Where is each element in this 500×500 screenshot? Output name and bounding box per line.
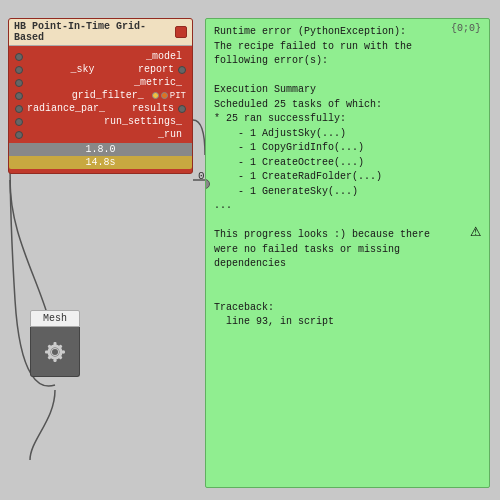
param-row-metric: _metric_ [9, 76, 192, 89]
port-sky-in[interactable] [15, 66, 23, 74]
param-row-grid: grid_filter_ PIT [9, 89, 192, 102]
output-text: Runtime error (PythonException): The rec… [214, 25, 481, 330]
port-model-in[interactable] [15, 53, 23, 61]
port-grid-in[interactable] [15, 92, 23, 100]
output-coord: {0;0} [451, 23, 481, 34]
mesh-body [30, 327, 80, 377]
canvas-area: HB Point-In-Time Grid-Based _model _sky … [0, 0, 500, 500]
node-title-bar: HB Point-In-Time Grid-Based [9, 19, 192, 46]
output-label-report: report [107, 64, 175, 75]
svg-point-10 [52, 349, 58, 355]
svg-rect-3 [54, 358, 57, 362]
pit-label: PIT [170, 91, 186, 101]
dot-orange [161, 92, 168, 99]
port-metric-in[interactable] [15, 79, 23, 87]
output-panel: {0;0} Runtime error (PythonException): T… [205, 18, 490, 488]
param-row-model: _model [9, 50, 192, 63]
node-body: _model _sky report _metric_ grid_filter_ [9, 46, 192, 173]
svg-rect-5 [61, 350, 65, 353]
dot-yellow [152, 92, 159, 99]
param-label-runsettings: run_settings_ [27, 116, 186, 127]
node-title: HB Point-In-Time Grid-Based [14, 21, 172, 43]
port-runsettings-in[interactable] [15, 118, 23, 126]
port-radiance-in[interactable] [15, 105, 23, 113]
main-node[interactable]: HB Point-In-Time Grid-Based _model _sky … [8, 18, 193, 174]
param-label-sky: _sky [27, 64, 99, 75]
mesh-node[interactable]: Mesh [30, 310, 80, 377]
node-version: 1.8.0 [85, 144, 115, 155]
param-row-radiance: radiance_par_ results [9, 102, 192, 115]
port-report-out[interactable] [178, 66, 186, 74]
param-label-model: _model [27, 51, 186, 62]
param-label-run: _run [27, 129, 186, 140]
panel-port-left[interactable] [205, 179, 210, 189]
param-row-runsettings: run_settings_ [9, 115, 192, 128]
param-label-metric: _metric_ [27, 77, 186, 88]
node-time: 14.8s [85, 157, 115, 168]
param-row-sky: _sky report [9, 63, 192, 76]
wire-label-zero: 0 [198, 170, 205, 182]
node-collapse-icon[interactable] [175, 26, 187, 38]
status-dots [152, 92, 168, 99]
node-version-bar: 1.8.0 [9, 143, 192, 156]
svg-rect-2 [54, 342, 57, 346]
param-label-grid: grid_filter_ [27, 90, 148, 101]
node-time-bar: 14.8s [9, 156, 192, 169]
output-label-results: results [117, 103, 174, 114]
param-row-run: _run [9, 128, 192, 141]
gear-icon [41, 338, 69, 366]
mesh-title: Mesh [30, 310, 80, 327]
port-results-out[interactable] [178, 105, 186, 113]
warning-icon: ⚠ [470, 219, 481, 241]
param-label-radiance: radiance_par_ [27, 103, 109, 114]
port-run-in[interactable] [15, 131, 23, 139]
svg-rect-4 [45, 350, 49, 353]
